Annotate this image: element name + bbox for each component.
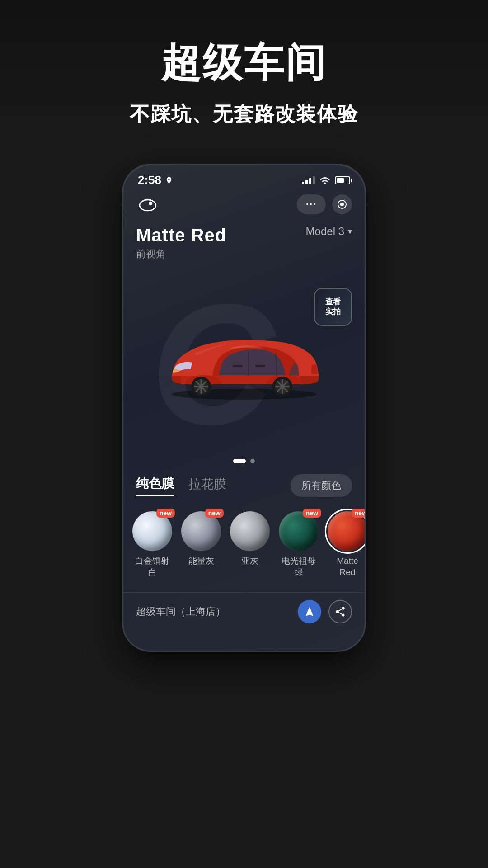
real-photo-button[interactable]: 查看 实拍 — [314, 288, 352, 326]
swatch-energy-grey[interactable]: new 能量灰 — [181, 511, 221, 578]
tesla-car-svg — [145, 311, 343, 401]
real-photo-line2: 实拍 — [325, 307, 341, 317]
pagination-dots — [123, 451, 365, 474]
location-icon — [165, 176, 173, 184]
real-photo-line1: 查看 — [325, 297, 341, 307]
swatch-label-energy-grey: 能量灰 — [188, 556, 214, 567]
swatch-ball-wrapper: new — [132, 511, 172, 551]
battery-icon — [335, 176, 350, 184]
bottom-bar: 超级车间（上海店） — [123, 592, 365, 634]
new-badge-energy-grey: new — [205, 509, 224, 518]
swatch-ball-wrapper-3 — [230, 511, 270, 551]
car-model-selector[interactable]: Model 3 ▾ — [306, 225, 352, 238]
hero-title: 超级车间 — [27, 36, 461, 90]
car-info: Matte Red 前视角 Model 3 ▾ — [123, 222, 365, 261]
dot-1[interactable] — [233, 459, 246, 463]
swatch-label-matte-red: Matte Red — [337, 556, 358, 578]
swatch-ball-wrapper-5: new — [328, 511, 365, 551]
swatch-sub-grey[interactable]: 亚灰 — [230, 511, 270, 578]
new-badge-matte-red: new — [352, 509, 365, 518]
battery-fill — [337, 178, 344, 183]
logo-icon — [136, 195, 160, 213]
swatch-platinum[interactable]: new 白金镭射 白 — [132, 511, 172, 578]
swatch-label-sub-grey: 亚灰 — [241, 556, 258, 567]
hero-subtitle: 不踩坑、无套路改装体验 — [27, 101, 461, 127]
app-logo — [136, 194, 163, 214]
new-badge-platinum: new — [156, 509, 175, 518]
phone-mockup: 2:58 — [122, 164, 366, 652]
car-view-label: 前视角 — [136, 247, 226, 261]
car-name-block: Matte Red 前视角 — [136, 225, 226, 261]
status-bar: 2:58 — [123, 165, 365, 191]
swatch-label-electric-green: 电光祖母 绿 — [282, 556, 316, 578]
new-badge-electric-green: new — [303, 509, 321, 518]
nav-share-button[interactable] — [328, 600, 352, 623]
record-button[interactable] — [332, 194, 352, 214]
svg-point-3 — [340, 203, 344, 206]
record-icon — [337, 199, 347, 210]
signal-bar-4 — [313, 176, 315, 184]
signal-bar-2 — [305, 180, 308, 184]
location-nav-icon — [304, 606, 315, 618]
shop-name: 超级车间（上海店） — [136, 605, 225, 618]
swatch-ball-wrapper-4: new — [279, 511, 319, 551]
svg-rect-8 — [255, 365, 265, 367]
status-icons — [302, 176, 350, 184]
header-controls: ··· — [297, 194, 352, 214]
tab-solid-film[interactable]: 纯色膜 — [136, 475, 174, 496]
swatch-ball-wrapper-2: new — [181, 511, 221, 551]
color-swatches: new 白金镭射 白 new 能量灰 亚灰 — [123, 508, 365, 592]
svg-point-1 — [149, 202, 152, 205]
chevron-down-icon: ▾ — [348, 226, 352, 236]
all-colors-button[interactable]: 所有颜色 — [291, 474, 352, 497]
swatch-ball-sub-grey — [230, 511, 270, 551]
phone-frame: 2:58 — [122, 164, 366, 652]
signal-bar-3 — [309, 178, 311, 184]
swatch-electric-green[interactable]: new 电光祖母 绿 — [279, 511, 319, 578]
signal-bars — [302, 176, 315, 184]
car-display: C — [123, 261, 365, 451]
dot-2[interactable] — [250, 459, 255, 463]
nav-location-button[interactable] — [298, 600, 321, 623]
share-icon — [334, 606, 346, 618]
car-name: Matte Red — [136, 225, 226, 245]
tab-pattern-film[interactable]: 拉花膜 — [188, 476, 226, 495]
swatch-label-platinum: 白金镭射 白 — [135, 556, 169, 578]
more-button[interactable]: ··· — [297, 194, 326, 214]
status-time: 2:58 — [138, 173, 173, 187]
app-header: ··· — [123, 191, 365, 222]
nav-icons — [298, 600, 352, 623]
svg-point-0 — [140, 200, 156, 211]
wifi-icon — [319, 176, 330, 184]
film-tabs: 纯色膜 拉花膜 所有颜色 — [123, 474, 365, 497]
signal-bar-1 — [302, 182, 304, 184]
svg-rect-7 — [233, 365, 243, 367]
swatch-matte-red[interactable]: new Matte Red — [328, 511, 365, 578]
hero-section: 超级车间 不踩坑、无套路改装体验 — [0, 0, 488, 146]
